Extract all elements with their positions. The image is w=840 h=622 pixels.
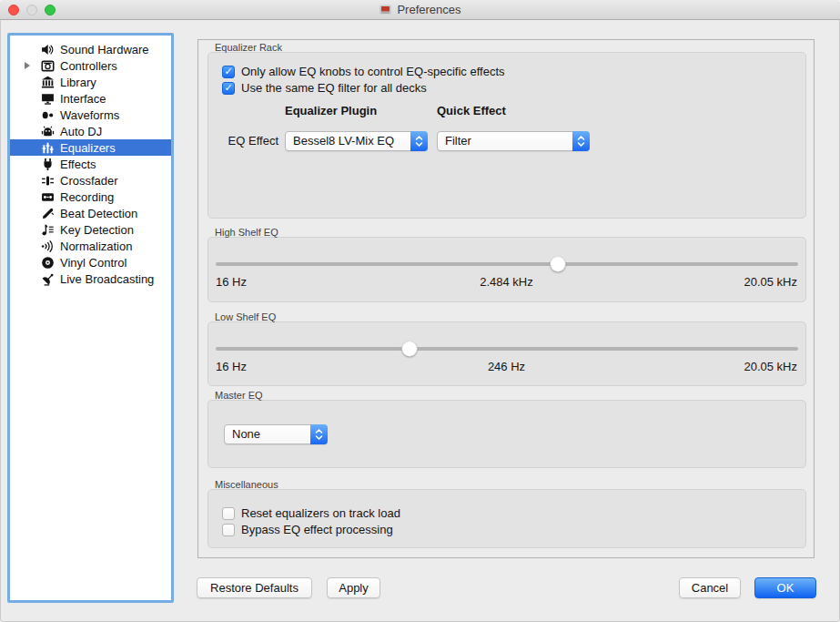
crossfader-icon [40, 173, 55, 188]
sidebar-item-label: Interface [60, 92, 106, 106]
same-filter-checkbox-label: Use the same EQ filter for all decks [241, 81, 427, 95]
sidebar-item-interface[interactable]: Interface [10, 90, 171, 107]
sidebar-item-label: Key Detection [60, 223, 134, 237]
quick-effect-select[interactable]: Filter [437, 131, 590, 151]
interface-icon [40, 91, 55, 106]
sidebar-item-crossfader[interactable]: Crossfader [10, 172, 171, 189]
key-detection-icon [40, 222, 55, 237]
high-shelf-slider-handle[interactable] [551, 257, 566, 272]
sound-hardware-icon [40, 42, 55, 56]
sidebar-item-sound-hardware[interactable]: Sound Hardware [10, 41, 171, 57]
group-title: Miscellaneous [215, 479, 278, 490]
master-eq-select[interactable]: None [224, 424, 328, 444]
minimize-window-icon[interactable] [26, 5, 37, 15]
sidebar-item-recording[interactable]: Recording [10, 189, 171, 205]
reset-equalizers-checkbox-row: Reset equalizers on track load [222, 506, 400, 520]
equalizer-plugin-column-header: Equalizer Plugin [285, 104, 377, 117]
equalizer-plugin-value: Bessel8 LV-Mix EQ [293, 132, 407, 150]
max-frequency-label: 20.05 kHz [603, 275, 797, 289]
close-window-icon[interactable] [8, 5, 19, 15]
bypass-eq-checkbox[interactable] [222, 524, 235, 536]
equalizers-panel: Equalizer Rack Only allow EQ knobs to co… [197, 39, 815, 558]
sidebar-item-label: Controllers [60, 59, 117, 73]
preferences-window: Preferences Sound HardwareControllersLib… [0, 0, 840, 622]
auto-dj-icon [40, 124, 55, 138]
controllers-icon [40, 58, 55, 73]
high-shelf-slider-labels: 16 Hz 2.484 kHz 20.05 kHz [216, 274, 797, 289]
sidebar-item-vinyl-control[interactable]: Vinyl Control [10, 254, 171, 270]
quick-effect-column-header: Quick Effect [437, 104, 506, 117]
waveforms-icon [40, 107, 55, 122]
sidebar-item-label: Vinyl Control [60, 256, 127, 270]
group-box [207, 321, 806, 386]
zoom-window-icon[interactable] [45, 5, 56, 15]
min-frequency-label: 16 Hz [216, 275, 410, 289]
low-shelf-eq-group: Low Shelf EQ 16 Hz 246 Hz 20.05 kHz [207, 311, 806, 386]
sidebar-item-label: Live Broadcasting [60, 272, 154, 286]
master-eq-group: Master EQ None [207, 390, 806, 468]
ok-button[interactable]: OK [754, 577, 816, 598]
sidebar-item-waveforms[interactable]: Waveforms [10, 107, 171, 123]
library-icon [40, 75, 55, 89]
equalizer-rack-group: Equalizer Rack Only allow EQ knobs to co… [207, 42, 806, 219]
group-title: Equalizer Rack [215, 42, 282, 53]
sidebar-item-label: Library [60, 76, 96, 89]
equalizers-icon [40, 140, 55, 155]
low-shelf-slider-handle[interactable] [402, 342, 418, 357]
restore-defaults-button[interactable]: Restore Defaults [197, 577, 312, 598]
recording-icon [40, 189, 55, 204]
same-filter-checkbox[interactable] [222, 82, 235, 95]
sidebar-item-label: Effects [60, 158, 96, 171]
sidebar-item-library[interactable]: Library [10, 74, 171, 90]
same-filter-checkbox-row: Use the same EQ filter for all decks [222, 81, 427, 95]
normalization-icon [40, 239, 55, 253]
bypass-eq-checkbox-label: Bypass EQ effect processing [241, 523, 393, 536]
sidebar-item-label: Sound Hardware [60, 43, 149, 56]
title-bar: Preferences [0, 0, 840, 20]
app-icon [379, 3, 392, 16]
dropdown-arrows-icon [410, 131, 428, 151]
max-frequency-label: 20.05 kHz [603, 360, 797, 373]
sidebar-item-key-detection[interactable]: Key Detection [10, 221, 171, 238]
eq-knobs-checkbox[interactable] [222, 66, 235, 78]
low-shelf-slider-labels: 16 Hz 246 Hz 20.05 kHz [216, 359, 797, 373]
sidebar-item-equalizers[interactable]: Equalizers [10, 139, 171, 156]
group-title: Master EQ [215, 390, 263, 401]
reset-equalizers-checkbox-label: Reset equalizers on track load [241, 506, 400, 520]
eq-knobs-checkbox-label: Only allow EQ knobs to control EQ-specif… [241, 65, 505, 78]
sidebar-list: Sound HardwareControllersLibraryInterfac… [10, 36, 171, 287]
low-shelf-slider-track[interactable] [216, 347, 798, 351]
sidebar-item-controllers[interactable]: Controllers [10, 57, 171, 74]
sidebar-item-beat-detection[interactable]: Beat Detection [10, 205, 171, 221]
sidebar-item-label: Beat Detection [60, 207, 137, 220]
bypass-eq-checkbox-row: Bypass EQ effect processing [222, 523, 393, 536]
sidebar-item-effects[interactable]: Effects [10, 156, 171, 172]
sidebar-item-normalization[interactable]: Normalization [10, 238, 171, 254]
cancel-button[interactable]: Cancel [679, 577, 741, 598]
sidebar-item-label: Crossfader [60, 174, 118, 188]
dropdown-arrows-icon [310, 424, 328, 444]
sidebar-item-live-broadcasting[interactable]: Live Broadcasting [10, 270, 171, 287]
beat-detection-icon [40, 206, 55, 220]
group-box [207, 237, 806, 302]
disclosure-triangle-icon[interactable] [25, 62, 30, 69]
sidebar-item-label: Recording [60, 190, 114, 204]
apply-button[interactable]: Apply [327, 577, 380, 598]
equalizer-plugin-select[interactable]: Bessel8 LV-Mix EQ [285, 131, 428, 151]
high-shelf-eq-group: High Shelf EQ 16 Hz 2.484 kHz 20.05 kHz [207, 227, 806, 302]
sidebar-item-label: Waveforms [60, 108, 119, 122]
reset-equalizers-checkbox[interactable] [222, 507, 235, 520]
group-title: Low Shelf EQ [215, 311, 276, 322]
min-frequency-label: 16 Hz [216, 360, 410, 373]
high-shelf-slider-track[interactable] [216, 262, 798, 266]
window-title: Preferences [397, 3, 460, 16]
sidebar-item-auto-dj[interactable]: Auto DJ [10, 123, 171, 139]
group-title: High Shelf EQ [215, 227, 278, 238]
miscellaneous-group: Miscellaneous Reset equalizers on track … [207, 479, 806, 548]
current-frequency-label: 2.484 kHz [410, 275, 603, 289]
eq-effect-row-label: EQ Effect [207, 134, 278, 148]
quick-effect-value: Filter [445, 132, 569, 150]
sidebar-item-label: Normalization [60, 240, 132, 253]
sidebar-item-label: Auto DJ [60, 125, 102, 138]
dropdown-arrows-icon [572, 131, 590, 151]
